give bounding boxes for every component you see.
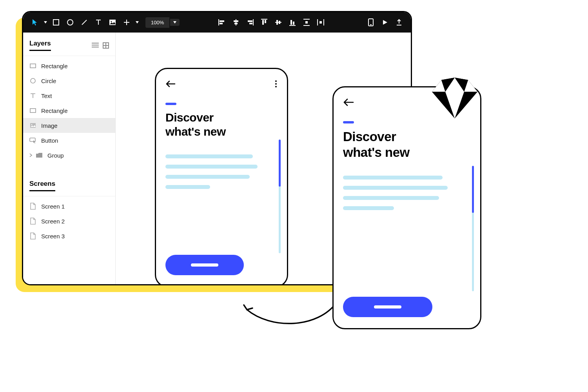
screen-label: Screen 2 [41,218,65,225]
align-left-icon[interactable] [215,15,229,29]
button-icon [29,137,36,144]
exported-headline: Discoverwhat's new [343,129,471,160]
svg-rect-18 [276,20,278,25]
rectangle-icon [29,62,36,69]
svg-rect-0 [53,20,59,25]
layer-label: Button [41,137,58,144]
screen-item-3[interactable]: Screen 3 [23,229,115,243]
svg-point-39 [31,78,35,83]
layers-list: Rectangle Circle Text Rectangle Image [23,56,115,165]
svg-rect-13 [249,23,252,24]
ellipse-tool[interactable] [63,15,77,29]
accent-bar [165,103,176,105]
svg-rect-7 [220,23,223,24]
svg-rect-43 [30,138,35,142]
svg-rect-21 [290,20,292,25]
layer-label: Rectangle [41,107,68,114]
add-tool-dropdown[interactable] [134,15,141,29]
svg-line-2 [82,20,87,25]
back-arrow-icon[interactable] [343,98,354,106]
layer-label: Rectangle [41,63,68,69]
layer-item-circle[interactable]: Circle [23,73,115,88]
zoom-value: 100% [145,17,169,28]
layer-item-rectangle-2[interactable]: Rectangle [23,103,115,118]
svg-point-1 [67,20,73,25]
page-icon [29,218,36,225]
image-tool[interactable] [105,15,120,29]
list-view-icon[interactable] [92,42,99,49]
select-tool-dropdown[interactable] [42,15,49,29]
export-icon[interactable] [392,15,406,29]
align-bottom-icon[interactable] [285,15,299,29]
zoom-dropdown-icon[interactable] [170,19,180,26]
screen-label: Screen 3 [41,233,65,240]
svg-rect-19 [279,21,280,24]
svg-rect-10 [234,23,238,24]
toolbar: 100% [23,12,411,33]
circle-icon [29,77,36,84]
artboard-phone-1[interactable]: Discoverwhat's new [155,68,288,285]
align-top-icon[interactable] [257,15,271,29]
screen-item-1[interactable]: Screen 1 [23,199,115,214]
zoom-control[interactable]: 100% [145,16,180,28]
layer-item-image[interactable]: Image [23,118,115,133]
layer-label: Text [41,93,52,99]
svg-rect-41 [30,123,36,128]
line-tool[interactable] [77,15,91,29]
text-tool[interactable] [91,15,105,29]
layer-item-text[interactable]: Text [23,88,115,103]
placeholder-text [165,154,278,189]
export-arrow-icon [239,298,341,333]
accent-bar [343,121,354,123]
distribute-v-icon[interactable] [299,15,314,29]
sidebar: Layers Rectangle Circle Text [23,33,116,284]
align-right-icon[interactable] [243,15,257,29]
svg-rect-6 [220,20,224,22]
scrollbar-thumb[interactable] [279,140,281,187]
distribute-h-icon[interactable] [314,15,328,29]
svg-rect-12 [248,20,252,22]
screen-label: Screen 1 [41,203,65,210]
align-center-h-icon[interactable] [229,15,243,29]
svg-rect-16 [265,20,266,23]
svg-rect-15 [262,20,264,25]
svg-rect-25 [305,21,308,24]
svg-rect-22 [293,22,294,25]
svg-point-42 [31,124,33,125]
cta-button[interactable] [165,255,244,275]
align-center-v-icon[interactable] [271,15,285,29]
page-icon [29,203,36,210]
sketch-logo-icon [431,77,478,120]
device-preview-icon[interactable] [364,15,378,29]
screens-panel-title: Screens [29,180,55,191]
rectangle-tool[interactable] [49,15,63,29]
artboard-headline: Discoverwhat's new [165,111,278,139]
back-arrow-icon[interactable] [165,80,176,87]
layer-item-group[interactable]: Group [23,148,115,163]
more-menu-icon[interactable] [275,80,278,87]
scrollbar[interactable] [472,166,474,291]
text-icon [29,92,36,99]
rectangle-icon [29,107,36,114]
svg-rect-38 [30,64,36,68]
folder-icon [36,152,43,159]
select-tool[interactable] [28,15,42,29]
layer-label: Group [47,152,64,159]
cta-label-placeholder [191,263,218,267]
svg-rect-40 [30,109,36,113]
cta-button[interactable] [343,297,432,317]
svg-rect-28 [319,21,322,24]
screen-item-2[interactable]: Screen 2 [23,214,115,229]
placeholder-text [343,176,471,210]
chevron-right-icon [29,153,33,157]
layer-item-button[interactable]: Button [23,133,115,148]
grid-view-icon[interactable] [103,42,109,49]
scrollbar-thumb[interactable] [472,166,474,213]
play-preview-icon[interactable] [378,15,392,29]
svg-point-4 [111,21,112,22]
add-tool[interactable] [120,15,134,29]
layer-item-rectangle[interactable]: Rectangle [23,58,115,73]
scrollbar[interactable] [279,140,281,253]
svg-rect-9 [234,20,238,22]
layer-label: Circle [41,78,56,84]
